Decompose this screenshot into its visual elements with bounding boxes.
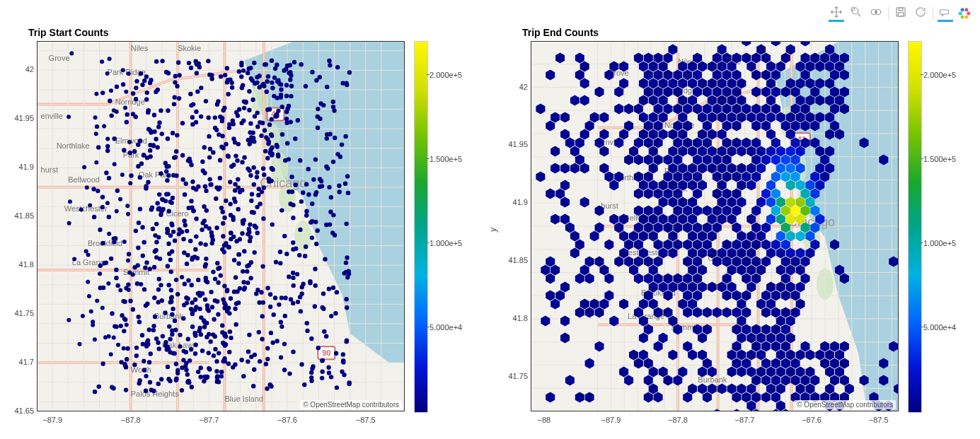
svg-point-719 (248, 239, 252, 243)
svg-point-631 (178, 344, 182, 349)
y-tick-label: 42 (501, 83, 528, 91)
svg-point-219 (125, 357, 129, 361)
svg-point-103 (200, 349, 204, 353)
save-tool-button[interactable] (893, 4, 909, 22)
svg-rect-7 (898, 13, 904, 16)
svg-point-211 (100, 361, 105, 365)
svg-point-882 (96, 189, 100, 193)
svg-point-511 (247, 227, 251, 231)
svg-point-301 (195, 71, 199, 75)
svg-point-522 (200, 228, 204, 232)
svg-point-1013 (248, 66, 253, 70)
svg-point-308 (338, 189, 342, 194)
svg-point-207 (180, 177, 185, 182)
svg-point-302 (198, 241, 202, 245)
svg-point-563 (260, 337, 264, 341)
svg-point-567 (174, 278, 178, 282)
svg-point-541 (279, 355, 283, 359)
right-colorbar-gradient (908, 41, 922, 413)
svg-point-876 (165, 178, 169, 182)
svg-point-582 (115, 84, 119, 88)
svg-point-461 (178, 333, 182, 337)
svg-point-287 (272, 76, 277, 80)
svg-point-1071 (93, 115, 98, 119)
svg-point-761 (110, 311, 114, 315)
map-attribution: © OpenStreetMap contributors (300, 400, 402, 409)
svg-point-473 (222, 106, 226, 110)
svg-point-566 (193, 333, 197, 337)
svg-point-959 (189, 199, 193, 203)
svg-point-629 (283, 295, 287, 300)
svg-point-984 (234, 322, 238, 327)
svg-point-420 (323, 257, 327, 261)
svg-point-889 (285, 107, 289, 111)
svg-point-993 (279, 88, 283, 92)
svg-point-999 (147, 360, 151, 364)
svg-point-977 (289, 297, 293, 301)
svg-point-992 (287, 189, 291, 194)
svg-point-663 (95, 124, 99, 129)
svg-point-872 (328, 132, 332, 136)
svg-point-402 (174, 362, 178, 366)
svg-point-703 (234, 301, 238, 305)
hover-tool-button[interactable] (938, 4, 953, 22)
left-plot-frame[interactable]: Park RidgeNilesSkokieNorridgeElmwoodPark… (37, 41, 405, 411)
svg-point-578 (299, 362, 304, 366)
svg-point-138 (100, 194, 105, 199)
svg-point-688 (304, 84, 308, 88)
svg-point-472 (316, 126, 320, 130)
right-plot-frame[interactable]: Park RidgeNilesSkokieNorridgeElmwoodPark… (531, 41, 899, 411)
svg-point-444 (195, 89, 200, 93)
colorbar-tick-label: 5.000e+4 (430, 323, 462, 332)
pan-tool-button[interactable] (829, 4, 844, 22)
svg-point-617 (216, 267, 220, 271)
svg-point-638 (180, 365, 184, 370)
svg-point-874 (202, 145, 207, 149)
svg-point-429 (229, 164, 234, 168)
reset-tool-button[interactable] (913, 4, 928, 22)
svg-point-463 (331, 213, 335, 217)
svg-point-346 (168, 350, 172, 354)
svg-point-570 (158, 213, 163, 217)
toolbar-separator (933, 7, 933, 20)
svg-point-740 (157, 120, 161, 124)
svg-point-1050 (118, 197, 122, 201)
svg-point-178 (170, 312, 174, 317)
svg-point-806 (226, 92, 230, 96)
svg-point-1012 (269, 132, 273, 136)
x-tick-label: −87.9 (595, 416, 626, 424)
boxzoom-tool-button[interactable] (848, 4, 864, 22)
svg-point-190 (180, 275, 184, 279)
svg-point-1039 (289, 84, 294, 88)
svg-point-158 (241, 280, 246, 284)
svg-point-676 (209, 290, 213, 294)
svg-point-105 (216, 281, 220, 285)
svg-point-1106 (124, 90, 128, 94)
wheelzoom-tool-button[interactable] (868, 4, 884, 22)
svg-point-1044 (219, 74, 223, 78)
svg-point-903 (262, 84, 266, 88)
svg-point-795 (335, 385, 339, 390)
svg-point-852 (175, 133, 179, 137)
svg-point-911 (270, 81, 274, 85)
svg-point-917 (221, 234, 225, 238)
svg-point-533 (229, 296, 233, 300)
svg-point-1074 (115, 209, 119, 213)
svg-point-479 (214, 226, 219, 230)
svg-point-925 (240, 86, 244, 90)
svg-point-1075 (79, 207, 83, 211)
svg-point-565 (226, 245, 230, 249)
svg-point-119 (247, 89, 251, 93)
svg-point-236 (258, 300, 262, 305)
svg-point-1037 (241, 218, 245, 223)
svg-point-1021 (334, 351, 338, 356)
svg-point-126 (248, 222, 252, 226)
svg-point-457 (144, 260, 149, 264)
svg-point-11 (959, 11, 962, 15)
svg-point-624 (97, 385, 101, 389)
svg-point-1099 (121, 68, 125, 72)
svg-point-797 (344, 297, 348, 301)
colorbar-tick-label: 2.000e+5 (430, 71, 462, 79)
svg-point-825 (273, 66, 277, 71)
svg-point-913 (168, 336, 172, 341)
